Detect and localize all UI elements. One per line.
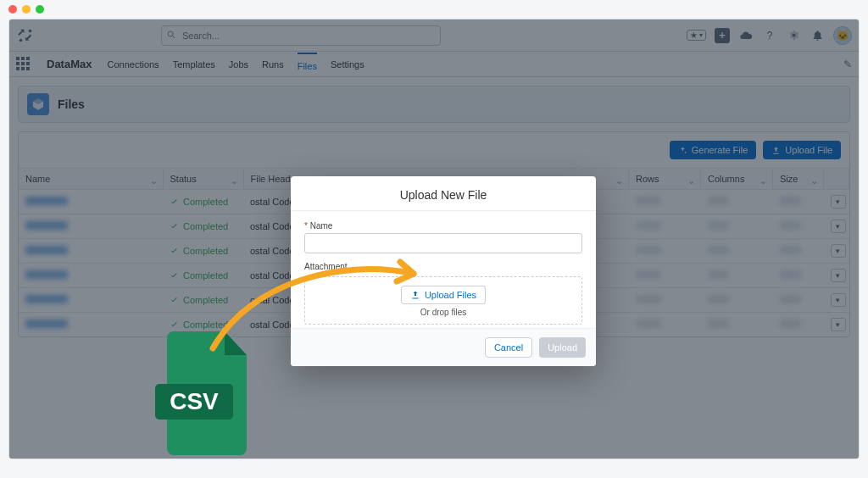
attachment-dropzone[interactable]: Upload Files Or drop files — [304, 276, 582, 325]
svg-text:CSV: CSV — [170, 388, 219, 414]
attachment-label: Attachment — [304, 262, 582, 271]
name-input[interactable] — [304, 233, 582, 253]
cancel-button[interactable]: Cancel — [485, 337, 532, 358]
upload-modal: Upload New File * Name Attachment Upload… — [291, 176, 596, 366]
close-dot[interactable] — [8, 5, 17, 14]
maximize-dot[interactable] — [36, 5, 44, 14]
name-field-label: * Name — [304, 221, 582, 231]
modal-title: Upload New File — [291, 176, 596, 211]
drop-hint: Or drop files — [305, 308, 581, 317]
upload-icon — [410, 290, 420, 300]
upload-submit-button[interactable]: Upload — [539, 337, 586, 358]
minimize-dot[interactable] — [22, 5, 31, 14]
upload-files-button[interactable]: Upload Files — [401, 286, 486, 304]
mac-window-controls — [0, 0, 868, 19]
modal-close-icon[interactable]: ✕ — [571, 157, 586, 177]
csv-file-illustration: CSV — [155, 325, 257, 459]
